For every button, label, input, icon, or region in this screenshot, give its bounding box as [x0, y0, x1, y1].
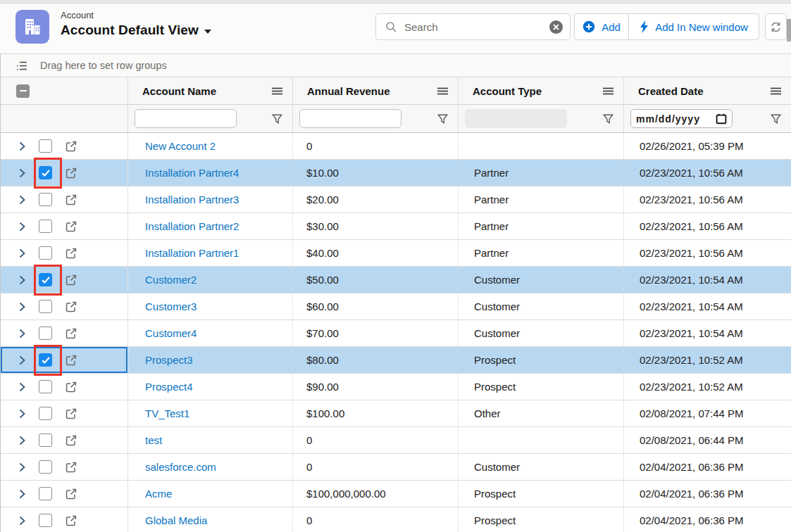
filter-icon[interactable]: [272, 114, 282, 124]
table-row: test 0 02/08/2021, 06:44 PM: [1, 427, 791, 454]
expand-chevron-icon[interactable]: [19, 302, 25, 312]
account-name-link[interactable]: Installation Partner4: [145, 167, 239, 179]
open-in-new-window-icon[interactable]: [65, 194, 77, 206]
vertical-scrollbar-thumb[interactable]: [787, 19, 791, 42]
open-in-new-window-icon[interactable]: [65, 381, 77, 393]
row-checkbox[interactable]: [39, 433, 52, 447]
row-controls-cell: [1, 454, 128, 480]
account-name-link[interactable]: Installation Partner2: [145, 220, 239, 232]
annual-revenue-cell: 0: [306, 514, 312, 526]
column-menu-icon[interactable]: [437, 87, 448, 95]
open-in-new-window-icon[interactable]: [65, 461, 77, 474]
filter-icon[interactable]: [437, 114, 448, 124]
add-button-group: Add Add In New window: [574, 13, 759, 40]
expand-chevron-icon[interactable]: [19, 275, 25, 285]
open-in-new-window-icon[interactable]: [65, 300, 77, 313]
open-in-new-window-icon[interactable]: [65, 327, 77, 340]
search-input[interactable]: Search: [375, 13, 571, 40]
open-in-new-window-icon[interactable]: [65, 140, 77, 153]
account-name-link[interactable]: Prospect3: [145, 354, 193, 366]
row-checkbox[interactable]: [39, 166, 52, 179]
account-name-link[interactable]: Prospect4: [145, 381, 193, 393]
annual-revenue-filter-input[interactable]: [299, 109, 401, 128]
open-in-new-window-icon[interactable]: [65, 514, 77, 527]
row-checkbox[interactable]: [39, 407, 52, 420]
account-name-filter-input[interactable]: [135, 109, 237, 128]
expand-chevron-icon[interactable]: [19, 248, 25, 258]
row-checkbox[interactable]: [39, 487, 52, 500]
table-row: Installation Partner1 $40.00 Partner 02/…: [1, 240, 791, 267]
account-name-link[interactable]: Installation Partner3: [145, 194, 239, 205]
table-row: Customer3 $60.00 Customer 02/23/2021, 10…: [1, 293, 791, 320]
clear-search-icon[interactable]: [549, 20, 563, 34]
calendar-icon[interactable]: [716, 113, 727, 125]
open-in-new-window-icon[interactable]: [65, 247, 77, 260]
filter-icon[interactable]: [603, 114, 614, 124]
add-button[interactable]: Add: [575, 14, 629, 39]
filter-icon[interactable]: [771, 114, 781, 124]
created-date-cell: 02/23/2021, 10:52 AM: [640, 381, 743, 393]
column-menu-icon[interactable]: [603, 87, 614, 95]
expand-chevron-icon[interactable]: [19, 222, 25, 232]
expand-chevron-icon[interactable]: [19, 168, 25, 178]
select-all-checkbox[interactable]: [16, 84, 30, 98]
expand-chevron-icon[interactable]: [19, 141, 25, 151]
row-checkbox[interactable]: [39, 460, 52, 474]
row-checkbox[interactable]: [39, 300, 52, 313]
account-name-link[interactable]: New Account 2: [145, 140, 216, 152]
column-header-account-name[interactable]: Account Name: [142, 85, 272, 97]
account-name-link[interactable]: Installation Partner1: [145, 247, 239, 259]
column-header-annual-revenue[interactable]: Annual Revenue: [307, 85, 437, 97]
row-checkbox[interactable]: [39, 246, 52, 260]
row-checkbox[interactable]: [39, 193, 52, 206]
row-checkbox[interactable]: [39, 273, 52, 286]
account-name-link[interactable]: test: [145, 434, 162, 446]
open-in-new-window-icon[interactable]: [65, 354, 77, 367]
expand-chevron-icon[interactable]: [19, 516, 25, 526]
row-groups-bar[interactable]: Drag here to set row groups: [0, 54, 791, 77]
column-menu-icon[interactable]: [771, 87, 781, 95]
add-in-new-window-button[interactable]: Add In New window: [629, 14, 759, 39]
row-checkbox[interactable]: [39, 139, 52, 153]
column-header-created-date[interactable]: Created Date: [638, 85, 771, 97]
row-checkbox[interactable]: [39, 380, 52, 393]
account-name-link[interactable]: TV_Test1: [145, 407, 189, 419]
open-in-new-window-icon[interactable]: [65, 488, 77, 500]
column-header-account-type[interactable]: Account Type: [473, 85, 603, 97]
open-in-new-window-icon[interactable]: [65, 434, 77, 447]
expand-chevron-icon[interactable]: [19, 355, 25, 365]
expand-chevron-icon[interactable]: [19, 489, 25, 499]
created-date-cell: 02/23/2021, 10:54 AM: [640, 327, 743, 339]
column-menu-icon[interactable]: [272, 87, 282, 95]
open-in-new-window-icon[interactable]: [65, 407, 77, 420]
date-filter-placeholder: mm/dd/yyyy: [636, 113, 701, 125]
expand-chevron-icon[interactable]: [19, 195, 25, 205]
row-checkbox[interactable]: [39, 353, 52, 367]
expand-chevron-icon[interactable]: [19, 329, 25, 338]
open-in-new-window-icon[interactable]: [65, 167, 77, 179]
expand-chevron-icon[interactable]: [19, 436, 25, 445]
account-name-link[interactable]: Global Media: [145, 514, 207, 526]
expand-chevron-icon[interactable]: [19, 409, 25, 419]
account-name-link[interactable]: Acme: [145, 488, 172, 500]
account-name-link[interactable]: Customer2: [145, 274, 197, 286]
created-date-filter-input[interactable]: mm/dd/yyyy: [630, 109, 733, 128]
account-type-cell: Prospect: [474, 488, 516, 500]
view-selector-caret-icon[interactable]: [204, 30, 211, 34]
row-groups-hint: Drag here to set row groups: [40, 60, 167, 71]
account-type-cell: Customer: [474, 327, 520, 339]
refresh-button[interactable]: [765, 13, 787, 40]
account-name-link[interactable]: Customer4: [145, 327, 197, 339]
open-in-new-window-icon[interactable]: [65, 274, 77, 286]
expand-chevron-icon[interactable]: [19, 382, 25, 392]
expand-chevron-icon[interactable]: [19, 462, 25, 472]
row-checkbox[interactable]: [39, 220, 52, 233]
row-checkbox[interactable]: [39, 514, 52, 527]
open-in-new-window-icon[interactable]: [65, 220, 77, 233]
search-placeholder: Search: [404, 21, 549, 33]
annual-revenue-cell: $60.00: [306, 300, 339, 312]
row-checkbox[interactable]: [39, 327, 52, 340]
account-name-link[interactable]: salesforce.com: [145, 461, 216, 473]
account-name-link[interactable]: Customer3: [145, 300, 197, 312]
row-controls-cell: [1, 347, 128, 373]
